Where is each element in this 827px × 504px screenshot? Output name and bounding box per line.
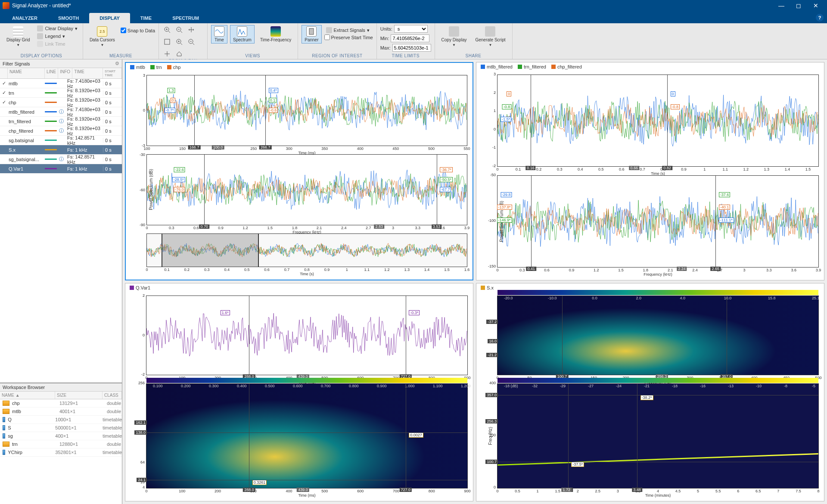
workspace-title: Workspace Browser xyxy=(3,385,45,390)
time-icon xyxy=(214,26,224,37)
signal-row[interactable]: mtlb_filtered ⓘ Fs: 7.4180e+03 Hz 0 s xyxy=(0,107,122,117)
display-3[interactable]: Q.Var1-2020100200300400500600700800900Ti… xyxy=(125,283,473,501)
dropdown-icon: ▼ xyxy=(100,43,104,47)
zoom-in-button[interactable] xyxy=(174,37,184,47)
svg-rect-2 xyxy=(165,39,170,44)
dropdown-icon: ▼ xyxy=(16,43,20,47)
signals-table-header: NAME LINE INFO TIME START TIME xyxy=(0,68,122,79)
chart-area[interactable]: -2020100200300400500600700800900Time (ms… xyxy=(125,291,473,501)
legend: mtlbtrnchp xyxy=(126,63,473,71)
min-input[interactable] xyxy=(391,34,429,42)
spectrogram-icon xyxy=(270,26,281,37)
cursor-icon: 2.5 xyxy=(97,26,107,37)
legend-icon xyxy=(37,33,43,39)
plot-panel[interactable]: -2020100200300400500600700800900Time (ms… xyxy=(146,296,468,375)
home-zoom-button[interactable] xyxy=(174,49,184,59)
clear-icon xyxy=(37,25,43,31)
chart-area[interactable]: -2-1012300.10.20.30.40.50.60.70.80.911.1… xyxy=(476,70,824,280)
legend-button[interactable]: Legend ▾ xyxy=(35,33,79,40)
signal-row[interactable]: ✓ mtlb Fs: 7.4180e+03 Hz 0 s xyxy=(0,79,122,88)
legend: mtlb_filteredtrn_filteredchp_filtered xyxy=(476,62,824,70)
plot-panel[interactable]: 0.1000.2000.3000.4000.5000.6000.7000.800… xyxy=(146,383,468,488)
time-frequency-button[interactable]: Time-Frequency xyxy=(257,25,294,44)
filter-signals-panel: Filter Signals⚙ NAME LINE INFO TIME STAR… xyxy=(0,59,122,383)
fit-button[interactable] xyxy=(162,37,172,47)
display-4[interactable]: S.x-20.0-10.00.02.04.010.015.825.1050100… xyxy=(476,283,824,501)
workspace-row[interactable]: trn12880×1double xyxy=(0,440,122,448)
link-time-button[interactable]: Link Time xyxy=(35,40,79,47)
workspace-row[interactable]: YChirp352801×1timetable xyxy=(0,448,122,457)
max-input[interactable] xyxy=(392,44,431,52)
tab-smooth[interactable]: SMOOTH xyxy=(48,13,89,23)
zoom-in-x-button[interactable] xyxy=(162,25,172,34)
data-cursors-button[interactable]: 2.5 Data Cursors ▼ xyxy=(87,25,118,48)
minimize-button[interactable]: — xyxy=(773,2,790,9)
signal-row[interactable]: sg.batsignal Fs: 142.8571 kHz 0 s xyxy=(0,136,122,145)
preserve-start-time-checkbox[interactable]: Preserve Start Time xyxy=(324,34,373,40)
workspace-row[interactable]: Q1000×1timetable xyxy=(0,416,122,424)
signal-row[interactable]: Q.Var1 Fs: 1 kHz 0 s xyxy=(0,164,122,174)
workspace-row[interactable]: chp13129×1double xyxy=(0,399,122,408)
spectrum-view-button[interactable]: Spectrum xyxy=(230,25,255,44)
copy-display-button[interactable]: Copy Display▼ xyxy=(438,25,470,48)
plot-panel[interactable]: -18 (dB)-32-29-27-24-21-18-16-13-10-8-50… xyxy=(497,383,819,488)
workspace-row[interactable]: mtlb4001×1double xyxy=(0,408,122,416)
maximize-button[interactable]: ◻ xyxy=(790,2,807,9)
panel-options-icon[interactable]: ⚙ xyxy=(115,61,119,66)
script-icon xyxy=(485,26,495,37)
window-title: Signal Analyzer - untitled* xyxy=(12,3,773,9)
tab-analyzer[interactable]: ANALYZER xyxy=(2,13,48,23)
left-pane: Filter Signals⚙ NAME LINE INFO TIME STAR… xyxy=(0,59,122,504)
panner-button[interactable]: Panner xyxy=(302,25,321,44)
snap-to-data-checkbox[interactable]: Snap to Data xyxy=(121,28,155,33)
chart-area[interactable]: -20.0-10.00.02.04.010.015.825.1050100150… xyxy=(476,291,824,501)
displays-grid: mtlbtrnchp-30310015020025030035040045050… xyxy=(122,59,827,504)
tab-spectrum[interactable]: SPECTRUM xyxy=(162,13,209,23)
display-grid-button[interactable]: Display Grid ▼ xyxy=(3,25,33,48)
plot-panel[interactable]: -2-1012300.10.20.30.40.50.60.70.80.911.1… xyxy=(497,75,819,167)
plot-panel[interactable]: -20.0-10.00.02.04.010.015.825.1050100150… xyxy=(497,296,819,375)
help-button[interactable]: ? xyxy=(816,14,824,22)
copy-icon xyxy=(449,26,459,37)
signal-row[interactable]: ✓ trn Fs: 8.1920e+03 Hz 0 s xyxy=(0,88,122,98)
signal-row[interactable]: S.x Fs: 1 kHz 0 s xyxy=(0,145,122,155)
link-icon xyxy=(37,41,43,47)
chart-area[interactable]: -303100150200250300350400450500550Time (… xyxy=(126,71,473,280)
tab-time[interactable]: TIME xyxy=(130,13,162,23)
close-button[interactable]: ✕ xyxy=(807,2,824,9)
units-select[interactable]: s xyxy=(394,25,428,33)
zoom-out-button[interactable] xyxy=(187,37,196,47)
plot-panel[interactable]: 00.10.20.30.40.50.60.70.80.911.11.21.31.… xyxy=(146,233,467,267)
plot-panel[interactable]: -90-60-3000.30.60.91.21.51.82.12.42.733.… xyxy=(146,154,467,225)
extract-signals-button[interactable]: Extract Signals ▾ xyxy=(324,27,373,34)
clear-display-button[interactable]: Clear Display ▾ xyxy=(35,25,79,32)
extract-icon xyxy=(326,27,332,33)
app-logo xyxy=(3,2,9,9)
signal-row[interactable]: trn_filtered ⓘ Fs: 8.1920e+03 Hz 0 s xyxy=(0,117,122,126)
grid-icon xyxy=(13,26,23,37)
spectrum-icon xyxy=(237,26,247,37)
signal-row[interactable]: sg_batsignal... ⓘ Fs: 142.8571 kHz 0 s xyxy=(0,155,122,164)
panner-icon xyxy=(306,26,317,37)
signal-row[interactable]: ✓ chp Fs: 8.1920e+03 Hz 0 s xyxy=(0,98,122,107)
filter-signals-title: Filter Signals xyxy=(3,61,30,66)
workspace-row[interactable]: S500001×1timetable xyxy=(0,424,122,432)
pan-button[interactable] xyxy=(162,49,172,59)
zoom-xy-button[interactable] xyxy=(187,25,196,34)
plot-panel[interactable]: -150-100-5000.30.60.91.21.51.82.12.42.73… xyxy=(497,175,819,268)
main-area: Filter Signals⚙ NAME LINE INFO TIME STAR… xyxy=(0,59,827,504)
display-2[interactable]: mtlb_filteredtrn_filteredchp_filtered-2-… xyxy=(476,62,824,280)
signal-row[interactable]: chp_filtered ⓘ Fs: 8.1920e+03 Hz 0 s xyxy=(0,126,122,136)
tab-display[interactable]: DISPLAY xyxy=(89,13,130,23)
zoom-out-x-button[interactable] xyxy=(174,25,184,34)
workspace-browser-panel: Workspace Browser NAME ▲ SIZE CLASS chp1… xyxy=(0,383,122,504)
titlebar: Signal Analyzer - untitled* — ◻ ✕ xyxy=(0,0,827,11)
workspace-table-header: NAME ▲ SIZE CLASS xyxy=(0,392,122,399)
plot-panel[interactable]: -303100150200250300350400450500550Time (… xyxy=(146,75,467,146)
generate-script-button[interactable]: Generate Script▼ xyxy=(472,25,508,48)
time-view-button[interactable]: Time xyxy=(211,25,227,44)
workspace-row[interactable]: sg400×1timetable xyxy=(0,432,122,440)
signals-table-body: ✓ mtlb Fs: 7.4180e+03 Hz 0 s✓ trn Fs: 8.… xyxy=(0,79,122,174)
toolstrip-tabs: ANALYZER SMOOTH DISPLAY TIME SPECTRUM ? xyxy=(0,11,827,23)
display-1[interactable]: mtlbtrnchp-30310015020025030035040045050… xyxy=(125,62,473,280)
